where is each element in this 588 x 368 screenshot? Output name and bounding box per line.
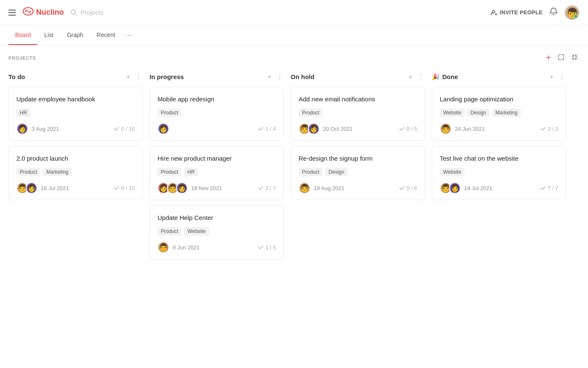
tag: Product: [299, 168, 323, 176]
logo[interactable]: Nuclino: [23, 7, 64, 19]
card-tags: ProductHR: [158, 168, 276, 176]
add-project-button[interactable]: +: [544, 52, 553, 64]
avatar: 👨: [299, 182, 310, 194]
column-title: 🎉 Done: [432, 73, 458, 81]
kanban-card[interactable]: Test live chat on the website Website 👨👩…: [432, 146, 566, 200]
tab-graph[interactable]: Graph: [60, 26, 90, 45]
kanban-card[interactable]: Mobile app redesign Product 👩 1 / 4: [150, 87, 284, 141]
logo-icon: [23, 7, 34, 19]
check-icon: [540, 126, 546, 132]
check-icon: [113, 185, 119, 191]
search-icon: [71, 9, 77, 16]
card-title: Add new email notifications: [299, 95, 417, 103]
invite-people-button[interactable]: INVITE PEOPLE: [491, 9, 543, 16]
tab-board[interactable]: Board: [8, 26, 37, 45]
kanban-board: To do + ⋮ Update employee handbook HR 👩 …: [0, 69, 588, 273]
search-placeholder: Projects: [81, 9, 103, 16]
kanban-card[interactable]: Add new email notifications Product 👨👩 2…: [291, 87, 425, 141]
card-tags: Website: [440, 168, 558, 176]
tag: HR: [16, 109, 30, 117]
tabs-more-button[interactable]: ⋯: [122, 25, 135, 45]
svg-point-2: [30, 11, 32, 12]
tag: Product: [158, 227, 181, 236]
check-icon: [113, 126, 119, 132]
column-title-text: To do: [8, 73, 25, 80]
check-ratio: 1 / 4: [265, 126, 276, 132]
check-icon: [540, 185, 546, 191]
card-tags: WebsiteDesignMarketing: [440, 109, 558, 117]
column-menu-button[interactable]: ⋮: [417, 72, 425, 82]
card-check-count: 0 / 10: [113, 126, 135, 132]
card-tags: ProductWebsite: [158, 227, 276, 236]
tag: Design: [325, 168, 347, 176]
card-tags: Product: [158, 109, 276, 117]
expand-button[interactable]: [556, 53, 566, 63]
column-cards: Update employee handbook HR 👩 3 Aug 2021…: [8, 87, 143, 200]
card-avatars: 👩: [158, 123, 169, 135]
kanban-card[interactable]: Re-design the signup form ProductDesign …: [291, 146, 425, 200]
avatar: 👨: [158, 241, 169, 253]
card-avatars: 👨: [299, 182, 310, 194]
kanban-card[interactable]: 2.0 product launch ProductMarketing 👨👩 1…: [8, 146, 143, 200]
card-date: 20 Oct 2021: [323, 126, 353, 132]
card-tags: ProductDesign: [299, 168, 417, 176]
notifications-bell[interactable]: [549, 7, 558, 18]
tag: HR: [184, 168, 198, 176]
card-avatars: 👨👩: [16, 182, 37, 194]
column-menu-button[interactable]: ⋮: [276, 72, 284, 82]
card-check-count: 2 / 7: [258, 185, 276, 191]
tab-list[interactable]: List: [37, 26, 60, 45]
projects-header: PROJECTS +: [0, 45, 588, 69]
check-ratio: 7 / 7: [548, 185, 558, 191]
kanban-card[interactable]: Update employee handbook HR 👩 3 Aug 2021…: [8, 87, 143, 141]
card-date: 16 Jul 2021: [41, 185, 69, 191]
user-avatar[interactable]: 👦: [564, 5, 580, 20]
check-icon: [258, 244, 264, 250]
check-ratio: 2 / 7: [265, 185, 276, 191]
card-date: 3 Aug 2021: [32, 126, 59, 132]
column-menu-button[interactable]: ⋮: [558, 72, 566, 82]
card-avatars: 👨: [158, 241, 169, 253]
kanban-card[interactable]: Hire new product manager ProductHR 👩👨👩 1…: [150, 146, 284, 200]
column-header: To do + ⋮: [8, 69, 143, 87]
card-date: 19 Aug 2021: [314, 185, 344, 191]
kanban-column-onhold: On hold + ⋮ Add new email notifications …: [291, 69, 425, 265]
logo-text: Nuclino: [36, 8, 64, 17]
avatar: 👩: [158, 123, 169, 135]
card-title: Re-design the signup form: [299, 154, 417, 163]
invite-label: INVITE PEOPLE: [500, 9, 543, 16]
check-ratio: 0 / 15: [121, 185, 135, 191]
add-card-button[interactable]: +: [267, 72, 272, 82]
tab-recent[interactable]: Recent: [90, 26, 122, 45]
add-card-button[interactable]: +: [549, 72, 554, 82]
card-date: 14 Jul 2021: [464, 185, 492, 191]
avatar: 👩: [16, 123, 28, 135]
tag: Product: [158, 109, 181, 117]
search-bar[interactable]: Projects: [71, 9, 103, 16]
card-footer: 👨 9 Jun 2021 1 / 5: [158, 241, 276, 253]
add-card-button[interactable]: +: [408, 72, 413, 82]
collapse-button[interactable]: [570, 53, 580, 63]
column-menu-button[interactable]: ⋮: [134, 72, 143, 82]
avatar: 👩: [308, 123, 320, 135]
card-title: Mobile app redesign: [158, 95, 276, 103]
card-title: Test live chat on the website: [440, 154, 558, 163]
card-footer: 👩👨👩 18 Nov 2021 2 / 7: [158, 182, 276, 194]
card-check-count: 7 / 7: [540, 185, 558, 191]
avatar: 👩: [26, 182, 37, 194]
kanban-card[interactable]: Landing page optimization WebsiteDesignM…: [432, 87, 566, 141]
check-ratio: 0 / 10: [121, 126, 135, 132]
svg-point-1: [25, 11, 26, 12]
check-icon: [399, 126, 405, 132]
hamburger-menu[interactable]: [8, 10, 16, 16]
tag: Website: [440, 109, 465, 117]
kanban-card[interactable]: Update Help Center ProductWebsite 👨 9 Ju…: [150, 205, 284, 259]
card-footer: 👨👩 14 Jul 2021 7 / 7: [440, 182, 558, 194]
card-title: Landing page optimization: [440, 95, 558, 103]
column-title-text: Done: [442, 73, 458, 80]
add-card-button[interactable]: +: [126, 72, 131, 82]
card-footer: 👩 3 Aug 2021 0 / 10: [16, 123, 135, 135]
column-cards: Landing page optimization WebsiteDesignM…: [432, 87, 566, 200]
card-check-count: 3 / 3: [540, 126, 558, 132]
app-header: Nuclino Projects INVITE PEOPLE: [0, 0, 588, 25]
